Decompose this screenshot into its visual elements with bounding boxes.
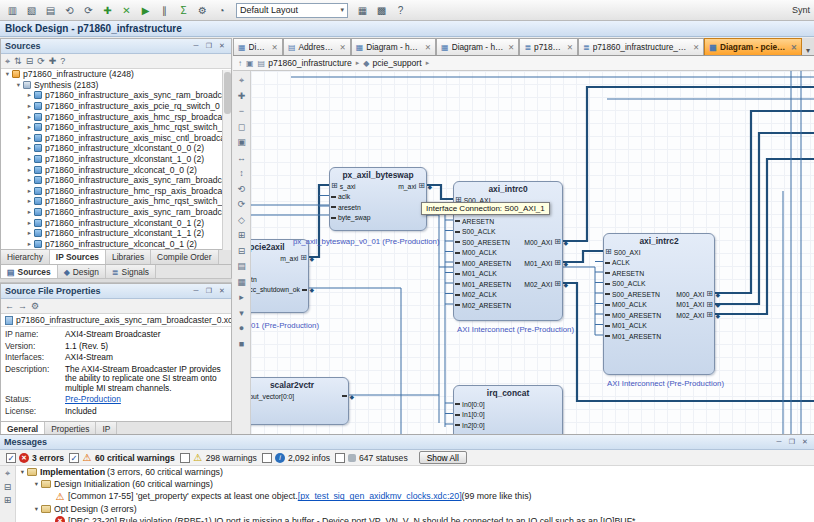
menu-icon[interactable]: ▥	[4, 2, 21, 18]
expander-icon[interactable]: ▸	[25, 102, 34, 110]
top-level-icon[interactable]: ▣	[246, 59, 254, 68]
port-byte_swap[interactable]: byte_swap	[331, 213, 371, 223]
breadcrumb-item[interactable]: ▤p71860_infrastructure	[258, 58, 352, 68]
port-input_vector[0:0][interactable]: input_vector[0:0]	[251, 391, 294, 401]
ip-block-pcie2axil[interactable]: pcie2axilaclkaresetnm_axi⊞◆cc_shutdown_o…	[251, 239, 309, 313]
sources-tab-ip-sources[interactable]: IP Sources	[50, 250, 106, 264]
editor-tab-diagram-pcie-support[interactable]: ▦Diagram - pcie_support✕	[704, 38, 802, 55]
minimize-icon[interactable]: ─	[774, 438, 784, 446]
dot-icon[interactable]: ●	[235, 321, 249, 335]
wire[interactable]	[563, 251, 603, 262]
scrollbar-thumb[interactable]	[224, 72, 231, 114]
port-M00_AXI[interactable]: M00_AXI⊞◆	[524, 237, 561, 247]
scrollbar[interactable]	[222, 70, 231, 250]
add-source-icon[interactable]: ✚	[49, 56, 57, 66]
square-icon[interactable]: ■	[235, 337, 249, 351]
selected-file-row[interactable]: p71860_infrastructure_axis_sync_ram_broa…	[1, 314, 231, 327]
tree-item[interactable]: ▸p71860_infrastructure_xlconstant_1_0 (2…	[1, 154, 231, 165]
expander-icon[interactable]: ▸	[25, 134, 34, 142]
message-source-link[interactable]: [px_test_siq_gen_axidkmv_clocks.xdc:20]	[298, 491, 462, 501]
grid-icon[interactable]: ▦	[354, 2, 371, 18]
zoom-out-icon[interactable]: −	[235, 104, 249, 118]
expander-icon[interactable]: ▸	[25, 208, 34, 216]
message-row[interactable]: ⚠[Common 17-55] 'get_property' expects a…	[16, 490, 814, 502]
close-tab-icon[interactable]: ✕	[693, 43, 699, 52]
message-row[interactable]: ▾Design Initialization (60 critical warn…	[16, 478, 814, 490]
collapse-all-icon[interactable]: ⊟	[4, 482, 12, 492]
sum-icon[interactable]: Σ	[175, 2, 192, 18]
undo-icon[interactable]: ⟲	[235, 182, 249, 196]
checkbox-error[interactable]: ✓	[6, 453, 16, 463]
port-M01_ACLK[interactable]: M01_ACLK	[605, 321, 647, 331]
port-s_axi[interactable]: ⊞s_axi	[331, 181, 356, 191]
port-M00_ARESETN[interactable]: M00_ARESETN	[455, 258, 511, 268]
expander-icon[interactable]: ▸	[25, 144, 34, 152]
editor-tab-p71860-vhd[interactable]: ≣p71860.vhd✕	[519, 38, 578, 55]
sources-tab-hierarchy[interactable]: Hierarchy	[1, 250, 50, 264]
tree-item[interactable]: ▸p71860_infrastructure_axis_hmc_rsp_broa…	[1, 111, 231, 122]
zoom-in-icon[interactable]: ✚	[235, 89, 249, 103]
search-icon[interactable]: ⌖	[5, 468, 10, 479]
checkbox-info[interactable]	[262, 453, 272, 463]
port-S00_ACLK[interactable]: S00_ACLK	[455, 227, 496, 237]
help-icon[interactable]: ?	[60, 56, 65, 66]
tree-item[interactable]: ▸p71860_infrastructure_xlconstant_0_0 (2…	[1, 143, 231, 154]
help-icon[interactable]: ?	[392, 2, 409, 18]
port-ACLK[interactable]: ACLK	[605, 258, 630, 268]
close-tab-icon[interactable]: ✕	[791, 43, 797, 52]
tree-item[interactable]: ▸p71860_infrastructure_hmc_rsp_axis_broa…	[1, 186, 231, 197]
expander-icon[interactable]: ▸	[25, 219, 34, 227]
tree-item[interactable]: ▸p71860_infrastructure_axis_pcie_rq_swit…	[1, 101, 231, 112]
add-ip-icon[interactable]: ⊞	[235, 228, 249, 242]
message-row[interactable]: ▾Opt Design (3 errors)	[16, 503, 814, 515]
expand-right-icon[interactable]: ▸	[235, 290, 249, 304]
refresh-icon[interactable]: ⟳	[37, 56, 45, 66]
diagram-canvas[interactable]: Interface Connection: S00_AXI_1 pcie2axi…	[251, 71, 814, 434]
port-M00_ACLK[interactable]: M00_ACLK	[605, 300, 647, 310]
port-cc_shutdown_ok[interactable]: cc_shutdown_ok◆	[251, 285, 307, 295]
collapse-icon[interactable]: ⊟	[235, 244, 249, 258]
editor-tab-p71860-infrastructure-wrapper-vhd[interactable]: ≣p71860_infrastructure_wrapper.vhd✕	[578, 38, 704, 55]
sources-tab-libraries[interactable]: Libraries	[106, 250, 151, 264]
settings-icon[interactable]: ⚙	[194, 2, 211, 18]
clock-icon[interactable]: ◔	[213, 2, 230, 18]
expander-icon[interactable]: ▾	[18, 468, 27, 476]
redo-icon[interactable]: ⟳	[80, 2, 97, 18]
add-icon[interactable]: ✚	[99, 2, 116, 18]
close-icon[interactable]: ✕	[217, 42, 227, 50]
tree-item[interactable]: ▸p71860_infrastructure_axis_misc_cntl_br…	[1, 133, 231, 144]
zoom-selection-icon[interactable]: ▣	[235, 135, 249, 149]
expander-icon[interactable]: ▸	[25, 155, 34, 163]
checkbox-warning[interactable]	[180, 453, 190, 463]
undo-icon[interactable]: ⟲	[61, 2, 78, 18]
fit-width-icon[interactable]: ↔	[235, 151, 249, 165]
port-M02_ARESETN[interactable]: M02_ARESETN	[455, 300, 511, 310]
checkbox-critical[interactable]: ✓	[69, 453, 79, 463]
search-icon[interactable]: ⌖	[5, 56, 10, 67]
close-tab-icon[interactable]: ✕	[425, 43, 431, 52]
field-value[interactable]: Pre-Production	[65, 395, 227, 405]
dashboard-icon[interactable]: ▩	[373, 2, 390, 18]
ip-block-axi_intrc2[interactable]: axi_intrc2⊞S00_AXIACLKARESETNS00_ACLKS00…	[603, 233, 715, 375]
tree-item[interactable]: ▾Synthesis (2183)	[1, 80, 231, 91]
message-row[interactable]: ▾Implementation (3 errors, 60 critical w…	[16, 466, 814, 478]
checkbox-status[interactable]	[335, 453, 345, 463]
port-M02_AXI[interactable]: M02_AXI⊞◆	[524, 279, 561, 289]
port-S00_ARESETN[interactable]: S00_ARESETN	[605, 289, 660, 299]
layout-selector[interactable]: Default Layout ▾	[236, 3, 348, 18]
port-aresetn[interactable]: aresetn	[331, 202, 361, 212]
port-In0[0:0][interactable]: In0[0:0]	[455, 399, 485, 409]
expander-icon[interactable]: ▸	[25, 166, 34, 174]
ip-block-scalar2vctr[interactable]: scalar2vctrinput_vector[0:0]◆	[251, 377, 349, 425]
show-all-button[interactable]: Show All	[419, 451, 467, 464]
expander-icon[interactable]: ▸	[25, 197, 34, 205]
port-aclk[interactable]: aclk	[331, 192, 350, 202]
ip-block-px_axil_byteswap[interactable]: px_axil_byteswap⊞s_axiaclkaresetnbyte_sw…	[329, 167, 427, 231]
layers-icon[interactable]: ▤	[235, 259, 249, 273]
expander-icon[interactable]: ▸	[25, 113, 34, 121]
collapse-icon[interactable]: ⊟	[26, 56, 34, 66]
save-icon[interactable]: ▤	[42, 2, 59, 18]
port-pin[interactable]: ◆	[340, 391, 347, 401]
port-M02_AXI[interactable]: M02_AXI⊞◆	[676, 310, 713, 320]
port-M02_ACLK[interactable]: M02_ACLK	[455, 290, 497, 300]
